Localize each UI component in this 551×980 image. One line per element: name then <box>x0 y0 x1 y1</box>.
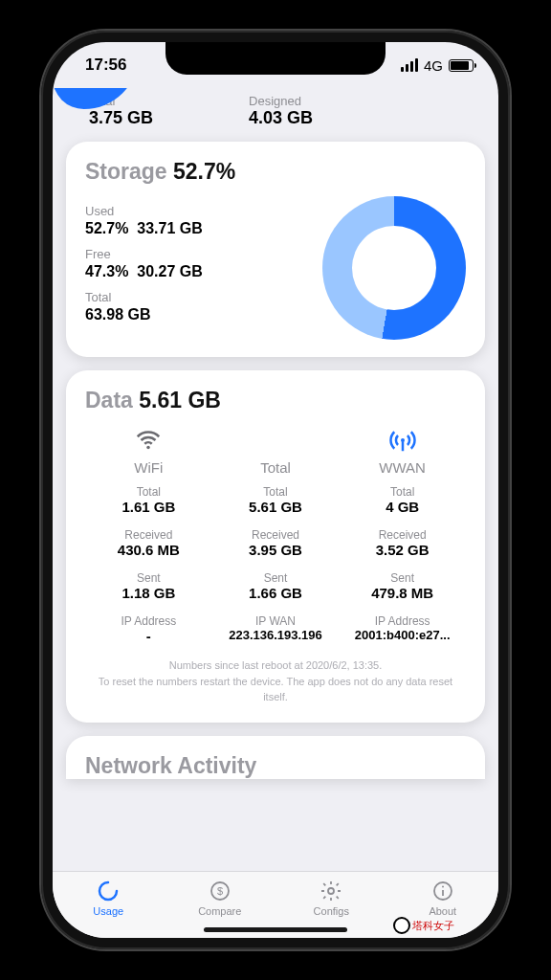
tab-configs-label: Configs <box>314 905 349 917</box>
watermark-text: 塔科女子 <box>412 919 454 933</box>
svg-point-5 <box>328 888 334 894</box>
battery-icon <box>449 59 474 72</box>
wwan-recv: 3.52 GB <box>342 542 462 558</box>
all-total: 5.61 GB <box>216 499 336 515</box>
signal-icon <box>401 58 418 72</box>
tab-configs[interactable]: Configs <box>276 872 387 924</box>
carrier-label: 4G <box>424 57 443 74</box>
gear-icon <box>320 880 342 902</box>
status-time: 17:56 <box>85 56 126 75</box>
watermark: 塔科女子 <box>393 917 454 934</box>
data-title-text: Data <box>85 388 133 412</box>
tab-usage[interactable]: Usage <box>53 872 165 924</box>
storage-title-text: Storage <box>85 159 167 184</box>
all-sent: 1.66 GB <box>216 585 336 601</box>
wwan-total: 4 GB <box>342 499 462 515</box>
status-right: 4G <box>401 57 474 74</box>
data-columns-header: WiFi Total WWAN <box>85 425 466 476</box>
usage-icon <box>97 880 120 902</box>
memory-designed-label: Designed <box>249 94 313 108</box>
wifi-recv: 430.6 MB <box>89 542 209 558</box>
storage-card[interactable]: Storage 52.7% Used 52.7% 33.71 GB Free 4… <box>66 142 485 357</box>
tab-usage-label: Usage <box>93 905 123 917</box>
storage-percent: 52.7% <box>173 159 235 184</box>
wifi-ip: - <box>89 628 209 644</box>
screen: 17:56 4G 4.0% 110.0 MB Total 3.75 GB Des… <box>53 42 498 938</box>
total-icon <box>212 425 340 456</box>
tab-compare[interactable]: $ Compare <box>165 872 276 924</box>
cellular-icon <box>339 425 466 456</box>
content-scroll[interactable]: 4.0% 110.0 MB Total 3.75 GB Designed 4.0… <box>53 88 498 871</box>
wwan-head: WWAN <box>339 459 466 476</box>
svg-point-0 <box>147 446 151 450</box>
storage-donut-icon <box>322 196 466 340</box>
notch <box>165 42 386 75</box>
wwan-ip: 2001:b400:e27... <box>342 628 462 642</box>
network-activity-card[interactable]: Network Activity <box>66 736 485 779</box>
wifi-icon <box>85 425 212 456</box>
svg-point-8 <box>442 886 444 888</box>
data-note: Numbers since last reboot at 2020/6/2, 1… <box>85 657 466 705</box>
memory-total-value: 3.75 GB <box>89 108 153 128</box>
data-title: Data 5.61 GB <box>85 388 466 413</box>
used-value: 52.7% 33.71 GB <box>85 220 303 237</box>
phone-frame: 17:56 4G 4.0% 110.0 MB Total 3.75 GB Des… <box>41 31 510 949</box>
tab-compare-label: Compare <box>198 905 241 917</box>
home-indicator[interactable] <box>204 927 347 932</box>
network-activity-title: Network Activity <box>85 753 466 779</box>
info-icon <box>431 880 454 902</box>
memory-designed-value: 4.03 GB <box>249 108 313 128</box>
data-total: 5.61 GB <box>139 388 221 412</box>
wan-ip: 223.136.193.196 <box>216 628 336 642</box>
total-label: Total <box>85 290 303 304</box>
wifi-total: 1.61 GB <box>89 499 209 515</box>
storage-stats: Used 52.7% 33.71 GB Free 47.3% 30.27 GB … <box>85 204 303 333</box>
wwan-sent: 479.8 MB <box>342 585 462 601</box>
total-value: 63.98 GB <box>85 306 303 323</box>
memory-row: 4.0% 110.0 MB Total 3.75 GB Designed 4.0… <box>66 88 485 128</box>
free-value: 47.3% 30.27 GB <box>85 263 303 280</box>
free-label: Free <box>85 247 303 261</box>
total-head: Total <box>212 459 340 476</box>
all-recv: 3.95 GB <box>216 542 336 558</box>
wifi-head: WiFi <box>85 459 212 476</box>
watermark-icon <box>393 917 410 934</box>
wifi-sent: 1.18 GB <box>89 585 209 601</box>
data-grid: Total1.61 GB Total5.61 GB Total4 GB Rece… <box>85 483 466 646</box>
data-card[interactable]: Data 5.61 GB WiFi Total <box>66 370 485 723</box>
tab-about-label: About <box>429 905 456 917</box>
storage-title: Storage 52.7% <box>85 159 466 185</box>
used-label: Used <box>85 204 303 218</box>
svg-text:$: $ <box>217 885 223 897</box>
compare-icon: $ <box>209 880 231 902</box>
